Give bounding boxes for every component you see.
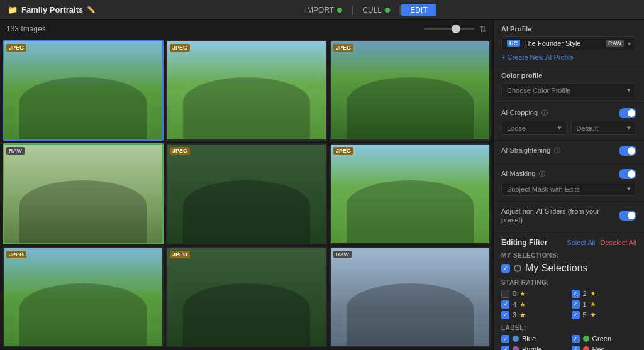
format-badge: JPEG xyxy=(6,44,26,52)
purple-label-checkbox[interactable] xyxy=(501,346,509,350)
deselect-all-button[interactable]: Deselect All xyxy=(601,239,636,246)
info-icon: ⓘ xyxy=(541,109,548,116)
photo-card[interactable]: JPEG xyxy=(3,247,164,347)
color-profile-label: Color profile xyxy=(501,72,636,79)
ai-straightening-toggle[interactable] xyxy=(619,146,636,156)
adjust-sliders-toggle[interactable] xyxy=(619,211,636,221)
photo-card[interactable]: JPEG 2022_06_03__16_33_52... ★ ★ ★ ★ ★ xyxy=(3,40,164,141)
sort-slider[interactable] xyxy=(424,28,474,30)
blue-label-text: Blue xyxy=(522,335,536,342)
photo-panel: 133 Images ⇅ JPEG 2022_06_03__16_33_52..… xyxy=(0,20,493,350)
right-panel: AI Profile UC The Founder Style RAW ▾ + … xyxy=(493,20,644,350)
photo-card[interactable]: JPEG 2022_06_03__16_34_03... ★ ★ ★ ★ ★ xyxy=(330,143,491,244)
photo-card[interactable]: RAW xyxy=(330,247,491,347)
star-item-4[interactable]: 4 ★ xyxy=(501,300,567,309)
photo-grid: JPEG 2022_06_03__16_33_52... ★ ★ ★ ★ ★ xyxy=(0,38,493,350)
color-profile-placeholder: Choose Color Profile xyxy=(507,87,571,94)
my-selections-checkbox[interactable]: ✓ xyxy=(501,264,510,273)
edit-button[interactable]: EDIT xyxy=(401,4,436,16)
ai-cropping-toggle[interactable] xyxy=(619,108,636,118)
ai-profile-row[interactable]: UC The Founder Style RAW ▾ xyxy=(501,36,636,50)
circle-indicator xyxy=(514,265,521,272)
photo-thumbnail: RAW xyxy=(4,145,162,244)
ai-cropping-default-dropdown[interactable]: Default ▾ xyxy=(571,121,637,135)
star-3-checkbox[interactable] xyxy=(501,311,509,319)
red-label-checkbox[interactable] xyxy=(572,346,580,350)
edit-nav-label: EDIT xyxy=(410,6,427,14)
star-rating-grid: 0 ★ 2 ★ 4 ★ 1 ★ xyxy=(501,290,636,319)
star-item-1[interactable]: 1 ★ xyxy=(572,300,637,309)
chevron-down-icon: ▾ xyxy=(627,124,631,132)
photo-thumbnail: JPEG xyxy=(331,41,489,141)
my-selections-text: My Selections xyxy=(525,263,588,274)
star-item-0[interactable]: 0 ★ xyxy=(501,290,567,298)
star-item-5[interactable]: 5 ★ xyxy=(572,311,637,319)
label-section-label: LABEL: xyxy=(501,324,636,331)
ai-masking-option-dropdown[interactable]: Subject Mask with Edits ▾ xyxy=(501,182,636,196)
app-icon: 📁 xyxy=(8,5,18,14)
star-item-3[interactable]: 3 ★ xyxy=(501,311,567,319)
format-badge: JPEG xyxy=(333,147,353,155)
green-label-checkbox[interactable] xyxy=(572,335,580,343)
sort-icon[interactable]: ⇅ xyxy=(479,24,487,34)
select-all-button[interactable]: Select All xyxy=(567,239,595,246)
photo-thumbnail: JPEG xyxy=(167,41,326,141)
star-5-checkbox[interactable] xyxy=(572,311,580,319)
chevron-down-icon: ▾ xyxy=(627,86,631,94)
format-badge: JPEG xyxy=(6,251,26,258)
photo-card[interactable]: JPEG 2022_06_03__16_33_59... ★ ★ ★ ★ ★ xyxy=(166,143,327,244)
star-0-checkbox[interactable] xyxy=(501,290,509,298)
chevron-down-icon: ▾ xyxy=(627,185,631,193)
photo-thumbnail: JPEG xyxy=(167,145,326,244)
color-profile-dropdown[interactable]: Choose Color Profile ▾ xyxy=(501,83,636,97)
format-badge: JPEG xyxy=(170,44,190,52)
photo-card[interactable]: RAW DFF9BBD5-C1D8-4E37... ★ ★ ★ ★ ★ xyxy=(3,143,164,244)
cull-button[interactable]: CULL xyxy=(353,4,399,16)
raw-badge: RAW xyxy=(606,40,624,47)
info-icon: ⓘ xyxy=(554,147,560,154)
photo-card[interactable]: JPEG 2022_06_03__16_33_53... ★ ★ ★ ★ ★ xyxy=(330,40,491,141)
import-button[interactable]: IMPORT xyxy=(296,4,351,16)
photo-thumbnail: JPEG xyxy=(4,248,162,347)
ai-masking-section: AI Masking ⓘ Subject Mask with Edits ▾ xyxy=(494,164,644,202)
project-title: Family Portraits xyxy=(21,5,83,14)
photo-card[interactable]: JPEG xyxy=(166,247,327,347)
ai-profile-section: AI Profile UC The Founder Style RAW ▾ + … xyxy=(494,20,644,67)
blue-label-checkbox[interactable] xyxy=(501,335,509,343)
ai-masking-label: AI Masking ⓘ xyxy=(501,170,545,178)
editing-filter-title: Editing Filter xyxy=(501,238,547,247)
ai-profile-label: AI Profile xyxy=(501,25,636,33)
format-badge: RAW xyxy=(6,147,25,155)
photo-panel-header: 133 Images ⇅ xyxy=(0,20,493,38)
create-ai-profile-link[interactable]: + Create New AI Profile xyxy=(501,53,636,61)
label-item-blue[interactable]: Blue xyxy=(501,335,567,343)
star-1-checkbox[interactable] xyxy=(572,300,580,309)
sort-slider-thumb[interactable] xyxy=(452,25,460,33)
editing-filter-header: Editing Filter Select All Deselect All xyxy=(501,238,636,247)
my-selections-label: MY SELECTIONS: xyxy=(501,252,636,259)
star-item-2[interactable]: 2 ★ xyxy=(572,290,637,298)
label-item-red[interactable]: Red xyxy=(572,346,637,350)
photo-thumbnail: JPEG xyxy=(167,248,326,347)
ai-cropping-style-dropdown[interactable]: Loose ▾ xyxy=(501,121,567,135)
cull-label: CULL xyxy=(362,6,382,14)
ai-cropping-section: AI Cropping ⓘ Loose ▾ Default ▾ xyxy=(494,103,644,141)
import-label: IMPORT xyxy=(305,6,334,14)
uc-badge: UC xyxy=(507,40,520,47)
editing-filter-section: Editing Filter Select All Deselect All M… xyxy=(494,233,644,350)
label-item-green[interactable]: Green xyxy=(572,335,637,343)
format-badge: JPEG xyxy=(170,147,190,155)
photo-thumbnail: RAW xyxy=(331,248,489,347)
header: 📁 Family Portraits ✏️ IMPORT | CULL | ED… xyxy=(0,0,644,20)
edit-title-icon[interactable]: ✏️ xyxy=(87,6,96,14)
filter-actions: Select All Deselect All xyxy=(567,239,636,246)
photo-card[interactable]: JPEG 2022_06_03__16_33_53... ★ ★ ★ ★ ★ xyxy=(166,40,327,141)
label-item-purple[interactable]: Purple xyxy=(501,346,567,350)
star-2-checkbox[interactable] xyxy=(572,290,580,298)
header-title-group: 📁 Family Portraits ✏️ xyxy=(8,5,96,14)
red-label-text: Red xyxy=(592,346,605,350)
star-4-checkbox[interactable] xyxy=(501,300,509,309)
ai-masking-toggle[interactable] xyxy=(619,169,636,179)
adjust-sliders-section: Adjust non-AI Sliders (from your preset) xyxy=(494,202,644,233)
ai-cropping-dropdowns: Loose ▾ Default ▾ xyxy=(501,121,636,135)
